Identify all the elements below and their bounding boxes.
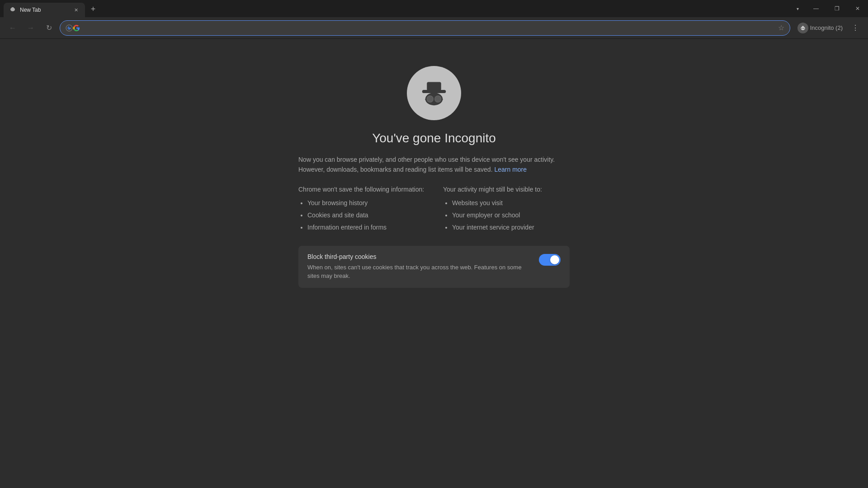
tab-list-button[interactable]: ▾ [791, 2, 804, 15]
chrome-wont-save-column: Chrome won't save the following informat… [298, 186, 425, 235]
svg-rect-2 [12, 7, 14, 9]
cookie-block-text: Block third-party cookies When on, sites… [307, 253, 532, 281]
svg-point-20 [435, 96, 441, 102]
cookie-toggle[interactable] [539, 254, 561, 266]
chrome-wont-save-title: Chrome won't save the following informat… [298, 186, 425, 193]
svg-point-8 [803, 28, 804, 28]
url-input[interactable] [76, 24, 774, 32]
forward-button[interactable]: → [24, 21, 38, 35]
info-columns: Chrome won't save the following informat… [298, 186, 570, 235]
more-button[interactable]: ⋮ [848, 21, 863, 35]
activity-visible-list: Websites you visitYour employer or schoo… [443, 198, 570, 232]
learn-more-link[interactable]: Learn more [494, 166, 527, 173]
toolbar: ← → ↻ [0, 17, 868, 39]
incognito-logo [407, 66, 461, 120]
minimize-button[interactable]: — [806, 0, 826, 17]
incognito-profile-button[interactable]: Incognito (2) [794, 21, 846, 35]
tab-favicon [9, 6, 16, 14]
new-tab-button[interactable]: + [87, 3, 99, 15]
tab-title: New Tab [20, 7, 69, 13]
svg-rect-10 [427, 82, 441, 91]
window-close-button[interactable]: ✕ [847, 0, 868, 17]
address-bar[interactable]: ☆ [60, 20, 790, 36]
list-item: Websites you visit [452, 198, 570, 208]
window-controls: ▾ — ❐ ✕ [791, 0, 868, 17]
incognito-avatar [797, 23, 808, 33]
activity-visible-title: Your activity might still be visible to: [443, 186, 570, 193]
svg-point-7 [802, 28, 802, 28]
list-item: Your browsing history [307, 198, 425, 208]
activity-visible-column: Your activity might still be visible to:… [443, 186, 570, 235]
incognito-main: You've gone Incognito Now you can browse… [298, 66, 570, 288]
cookie-block-box: Block third-party cookies When on, sites… [298, 246, 570, 288]
list-item: Your employer or school [452, 211, 570, 220]
list-item: Cookies and site data [307, 211, 425, 220]
list-item: Your internet service provider [452, 223, 570, 232]
active-tab[interactable]: New Tab ✕ [4, 3, 85, 17]
svg-line-17 [425, 99, 427, 100]
cookie-block-title: Block third-party cookies [307, 253, 532, 260]
incognito-title: You've gone Incognito [372, 131, 496, 145]
svg-point-19 [427, 96, 433, 102]
description-line1: Now you can browse privately, and other … [298, 156, 555, 163]
cookie-block-description: When on, sites can't use cookies that tr… [307, 263, 532, 281]
toolbar-right: Incognito (2) ⋮ [794, 21, 863, 35]
svg-line-18 [442, 99, 443, 100]
incognito-profile-label: Incognito (2) [810, 24, 843, 31]
svg-rect-6 [802, 26, 804, 27]
toggle-thumb [550, 255, 559, 264]
browser-chrome: New Tab ✕ + ▾ — ❐ ✕ ← → [0, 0, 868, 488]
bookmark-icon[interactable]: ☆ [778, 23, 784, 32]
list-item: Information entered in forms [307, 223, 425, 232]
tab-strip: New Tab ✕ + [4, 0, 99, 17]
maximize-button[interactable]: ❐ [826, 0, 847, 17]
incognito-description: Now you can browse privately, and other … [298, 155, 570, 175]
back-button[interactable]: ← [5, 21, 20, 35]
reload-button[interactable]: ↻ [42, 21, 56, 35]
tab-close-button[interactable]: ✕ [72, 6, 80, 14]
chrome-wont-save-list: Your browsing historyCookies and site da… [298, 198, 425, 232]
page-content: You've gone Incognito Now you can browse… [0, 39, 868, 488]
google-icon [66, 24, 73, 32]
title-bar: New Tab ✕ + ▾ — ❐ ✕ [0, 0, 868, 17]
description-line2: However, downloads, bookmarks and readin… [298, 166, 493, 173]
